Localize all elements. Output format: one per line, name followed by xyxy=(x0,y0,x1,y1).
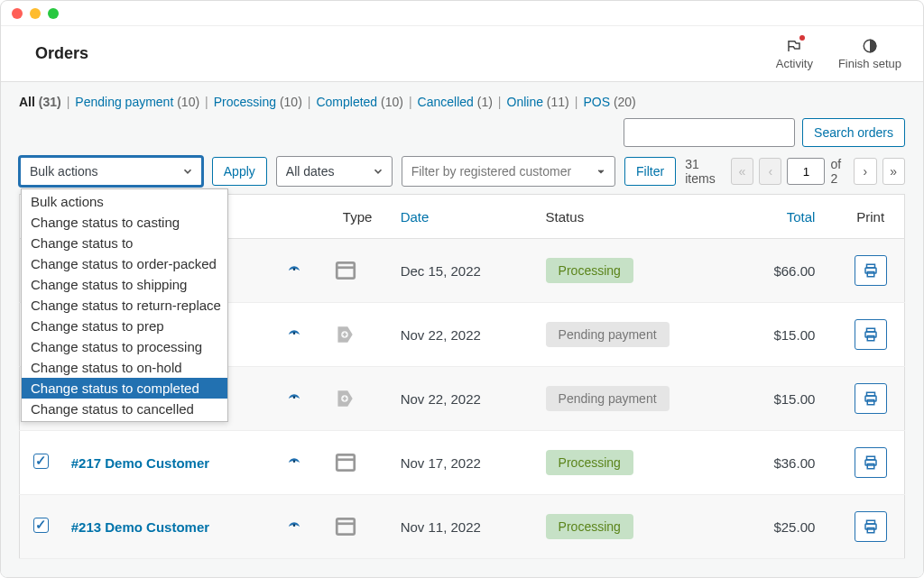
bulk-option[interactable]: Change status to processing xyxy=(22,336,227,357)
svg-point-17 xyxy=(293,460,296,463)
filter-tab[interactable]: Processing (10) xyxy=(214,95,302,109)
col-print: Print xyxy=(836,195,904,239)
browser-icon xyxy=(333,259,383,282)
print-button[interactable] xyxy=(855,383,887,414)
bulk-option[interactable]: Change status to order-packed xyxy=(22,253,227,274)
svg-point-23 xyxy=(293,524,296,527)
preview-icon[interactable] xyxy=(284,519,315,534)
window-titlebar xyxy=(1,1,923,26)
page-input[interactable] xyxy=(787,158,825,185)
table-row: #213 Demo CustomerNov 11, 2022Processing… xyxy=(20,495,905,559)
order-total: $25.00 xyxy=(730,495,836,559)
bulk-option[interactable]: Change status to xyxy=(22,233,227,253)
svg-rect-2 xyxy=(337,262,355,278)
svg-rect-18 xyxy=(337,454,355,470)
row-checkbox[interactable] xyxy=(33,454,49,469)
last-page-button[interactable]: » xyxy=(882,158,905,185)
filter-tab[interactable]: Online (11) xyxy=(507,95,569,109)
order-total: $66.00 xyxy=(730,239,836,303)
chevron-down-icon xyxy=(181,165,194,178)
search-orders-button[interactable]: Search orders xyxy=(802,118,905,147)
browser-icon xyxy=(333,515,383,538)
svg-point-7 xyxy=(293,332,296,335)
order-date: Nov 11, 2022 xyxy=(392,495,537,559)
filter-tab[interactable]: Completed (10) xyxy=(316,95,403,109)
table-row: #217 Demo CustomerNov 17, 2022Processing… xyxy=(20,431,905,495)
bulk-actions-select[interactable]: Bulk actions Bulk actionsChange status t… xyxy=(19,156,203,187)
window-close-dot[interactable] xyxy=(12,8,23,19)
print-button[interactable] xyxy=(855,319,887,350)
print-button[interactable] xyxy=(855,511,887,542)
next-page-button[interactable]: › xyxy=(854,158,876,185)
svg-point-12 xyxy=(293,396,296,399)
page-title: Orders xyxy=(35,44,88,63)
filter-tab[interactable]: POS (20) xyxy=(583,95,635,109)
pos-tag-icon xyxy=(333,386,383,411)
prev-page-button: ‹ xyxy=(759,158,781,185)
filter-tab[interactable]: Pending payment (10) xyxy=(75,95,199,109)
status-badge: Pending payment xyxy=(546,322,670,347)
window-max-dot[interactable] xyxy=(48,8,59,19)
col-type: Type xyxy=(324,195,392,239)
order-link[interactable]: #213 Demo Customer xyxy=(71,519,209,535)
preview-icon[interactable] xyxy=(284,391,315,406)
preview-icon[interactable] xyxy=(284,327,315,342)
items-count: 31 items xyxy=(685,157,725,186)
order-link[interactable]: #217 Demo Customer xyxy=(71,455,209,471)
status-badge: Processing xyxy=(546,514,633,539)
col-date[interactable]: Date xyxy=(392,195,537,239)
filter-button[interactable]: Filter xyxy=(624,157,676,186)
first-page-button: « xyxy=(731,158,753,185)
bulk-option[interactable]: Change status to shipping xyxy=(22,274,227,295)
preview-icon[interactable] xyxy=(284,263,315,278)
col-total[interactable]: Total xyxy=(730,195,836,239)
print-button[interactable] xyxy=(855,255,887,286)
status-badge: Processing xyxy=(546,450,633,475)
filter-tab[interactable]: All (31) xyxy=(19,95,61,109)
customer-filter-select[interactable]: Filter by registered customer xyxy=(402,156,615,187)
order-date: Nov 22, 2022 xyxy=(392,303,537,367)
chevron-down-icon xyxy=(595,165,607,178)
search-input[interactable] xyxy=(624,118,795,147)
row-checkbox[interactable] xyxy=(33,518,49,533)
finish-setup-button[interactable]: Finish setup xyxy=(838,37,901,70)
window-min-dot[interactable] xyxy=(30,8,41,19)
apply-button[interactable]: Apply xyxy=(212,157,267,186)
status-badge: Pending payment xyxy=(546,386,670,411)
svg-rect-24 xyxy=(337,518,355,534)
date-filter-select[interactable]: All dates xyxy=(276,156,393,187)
status-badge: Processing xyxy=(546,258,633,283)
chevron-down-icon xyxy=(372,165,384,178)
bulk-option[interactable]: Change status to prep xyxy=(22,316,227,336)
order-date: Nov 17, 2022 xyxy=(392,431,537,495)
order-total: $15.00 xyxy=(730,303,836,367)
bulk-option[interactable]: Bulk actions xyxy=(22,191,227,212)
filter-tab[interactable]: Cancelled (1) xyxy=(418,95,493,109)
order-date: Nov 22, 2022 xyxy=(392,367,537,431)
browser-icon xyxy=(333,451,383,474)
order-total: $15.00 xyxy=(730,367,836,431)
finish-setup-icon xyxy=(861,37,879,55)
page-total: of 2 xyxy=(830,157,848,186)
order-total: $36.00 xyxy=(730,431,836,495)
activity-icon xyxy=(785,37,803,55)
print-button[interactable] xyxy=(855,447,887,478)
preview-icon[interactable] xyxy=(284,455,315,470)
activity-button[interactable]: Activity xyxy=(776,37,813,70)
svg-point-1 xyxy=(293,268,296,271)
status-filter-tabs: All (31)|Pending payment (10)|Processing… xyxy=(19,89,905,118)
bulk-actions-dropdown: Bulk actionsChange status to castingChan… xyxy=(21,188,228,422)
bulk-option[interactable]: Change status to on-hold xyxy=(22,357,227,378)
bulk-option[interactable]: Change status to cancelled xyxy=(22,399,227,419)
pos-tag-icon xyxy=(333,322,383,347)
bulk-option[interactable]: Change status to casting xyxy=(22,212,227,233)
bulk-option[interactable]: Change status to completed xyxy=(22,378,227,399)
bulk-option[interactable]: Change status to return-replace xyxy=(22,295,227,316)
col-status: Status xyxy=(537,195,731,239)
order-date: Dec 15, 2022 xyxy=(392,239,537,303)
